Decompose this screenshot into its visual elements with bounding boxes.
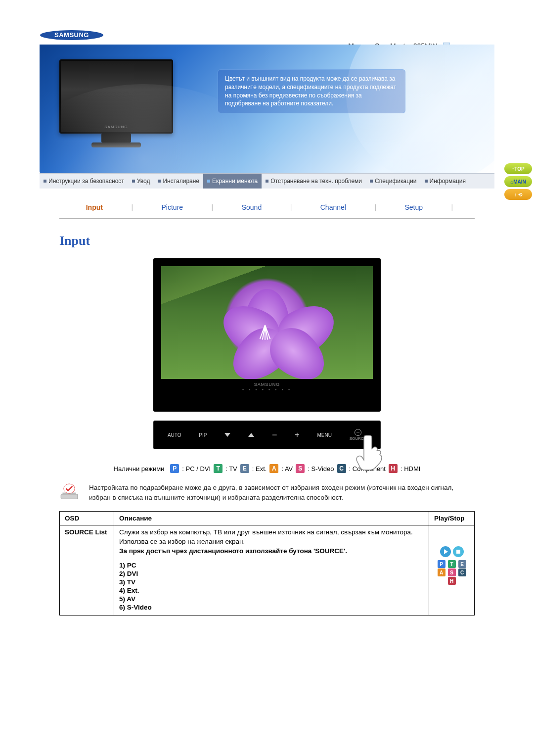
btn-minus[interactable]: −	[272, 430, 277, 440]
brand-logo: SAMSUNG	[40, 30, 494, 41]
sub-tab-bar: Input| Picture| Sound| Channel| Setup|	[69, 203, 465, 211]
badge-h: H	[448, 577, 456, 585]
row-playstop: P T E A S C H	[429, 525, 475, 615]
svg-text:SAMSUNG: SAMSUNG	[54, 31, 89, 39]
osd-brand: SAMSUNG	[161, 382, 373, 387]
triangle-down-icon	[224, 433, 230, 437]
btn-plus[interactable]: +	[295, 430, 299, 439]
main-button[interactable]: ⌂ MAIN	[504, 176, 532, 187]
source-item: 5) AV	[119, 595, 424, 603]
tab-osd-menus[interactable]: Екранни менюта	[203, 174, 262, 189]
monitor-button-strip: AUTO PIP − + MENU SOURCE	[153, 421, 381, 449]
modes-label: Налични режими	[114, 465, 165, 472]
btn-menu[interactable]: MENU	[317, 432, 331, 438]
btn-down[interactable]	[224, 433, 230, 437]
stab-picture[interactable]: Picture	[157, 203, 188, 211]
badge-s: S	[296, 464, 305, 473]
tab-safety[interactable]: Инструкции за безопасност	[40, 174, 128, 189]
btn-pip[interactable]: PIP	[199, 432, 207, 438]
top-button-label: TOP	[514, 166, 524, 172]
badge-e: E	[240, 464, 249, 473]
mode-text: : AV	[281, 465, 293, 472]
tab-label: Увод	[137, 178, 150, 185]
mode-text: : TV	[225, 465, 237, 472]
note-row: Настройката по подразбиране може да е др…	[59, 483, 475, 502]
tab-label: Инструкции за безопасност	[48, 178, 124, 185]
row-osd: SOURCE List	[60, 525, 114, 615]
tab-info[interactable]: Информация	[421, 174, 470, 189]
badge-a: A	[438, 568, 445, 576]
th-play: Play/Stop	[429, 512, 475, 525]
badge-s: S	[448, 568, 456, 576]
source-item: 6) S-Video	[119, 604, 424, 611]
top-button[interactable]: ↑ TOP	[504, 163, 532, 174]
note-icon	[59, 483, 79, 502]
hand-pointer-icon	[356, 432, 385, 473]
flower-image	[161, 266, 373, 379]
btn-up[interactable]	[248, 433, 254, 437]
btn-auto[interactable]: AUTO	[168, 432, 181, 438]
side-buttons: ↑ TOP ⌂ MAIN ↑ ⟲	[504, 163, 532, 200]
row-desc: Служи за избор на компютър, ТВ или друг …	[114, 525, 429, 615]
th-osd: OSD	[60, 512, 114, 525]
badge-p: P	[438, 560, 445, 568]
badge-c: C	[337, 464, 346, 473]
section-title: Input	[59, 234, 475, 248]
info-table: OSD Описание Play/Stop SOURCE List Служи…	[59, 511, 475, 615]
desc-line: Служи за избор на компютър, ТВ или друг …	[119, 528, 424, 536]
tab-label: Информация	[430, 178, 466, 185]
badge-t: T	[448, 560, 456, 568]
tab-troubleshoot[interactable]: Отстраняване на техн. проблеми	[262, 174, 366, 189]
tab-label: Отстраняване на техн. проблеми	[270, 178, 362, 185]
triangle-up-icon	[248, 433, 254, 437]
osd-illustration: SAMSUNG ● ● ● ● ● ● ● ● AUTO PIP − + MEN…	[153, 258, 381, 449]
desc-line: Използва се за избор на желания екран.	[119, 538, 424, 545]
mode-text: : Ext.	[252, 465, 267, 472]
badge-c: C	[458, 568, 466, 576]
tab-specs[interactable]: Спецификации	[366, 174, 420, 189]
loop-button[interactable]: ↑ ⟲	[504, 189, 532, 200]
stab-sound[interactable]: Sound	[237, 203, 267, 211]
mode-text: : PC / DVI	[182, 465, 211, 472]
desc-bold: За пряк достъп чрез дистанционното изпол…	[119, 547, 424, 555]
tab-label: Спецификации	[375, 178, 416, 185]
divider	[59, 218, 475, 219]
th-desc: Описание	[114, 512, 429, 525]
stab-setup[interactable]: Setup	[400, 203, 428, 211]
source-item: 2) DVI	[119, 570, 424, 577]
main-tab-bar: Инструкции за безопасност Увод Инсталира…	[40, 173, 494, 189]
play-badges: P T E A S C H	[434, 560, 469, 585]
stab-channel[interactable]: Channel	[315, 203, 351, 211]
hero-banner: Цветът и външният вид на продукта може д…	[40, 45, 494, 173]
mode-text: : S-Video	[308, 465, 334, 472]
stab-input[interactable]: Input	[81, 203, 108, 211]
modes-row: Налични режими P: PC / DVI T: TV E: Ext.…	[59, 464, 475, 473]
badge-a: A	[269, 464, 278, 473]
badge-t: T	[214, 464, 222, 473]
badge-p: P	[170, 464, 179, 473]
mode-text: : HDMI	[400, 465, 420, 472]
source-item: 4) Ext.	[119, 587, 424, 594]
main-button-label: MAIN	[513, 179, 526, 185]
badge-h: H	[389, 464, 398, 473]
product-image	[59, 59, 173, 147]
tab-label: Екранни менюта	[212, 178, 258, 185]
source-list: 1) PC 2) DVI 3) TV 4) Ext. 5) AV 6) S-Vi…	[119, 562, 424, 611]
source-item: 1) PC	[119, 562, 424, 569]
play-icon[interactable]	[440, 546, 451, 557]
hero-disclaimer: Цветът и външният вид на продукта може д…	[218, 69, 405, 113]
badge-e: E	[458, 560, 466, 568]
source-item: 3) TV	[119, 578, 424, 586]
tab-label: Инсталиране	[163, 178, 199, 185]
tab-install[interactable]: Инсталиране	[154, 174, 203, 189]
stop-icon[interactable]	[453, 546, 464, 557]
tab-intro[interactable]: Увод	[128, 174, 154, 189]
note-text: Настройката по подразбиране може да е др…	[89, 483, 475, 502]
